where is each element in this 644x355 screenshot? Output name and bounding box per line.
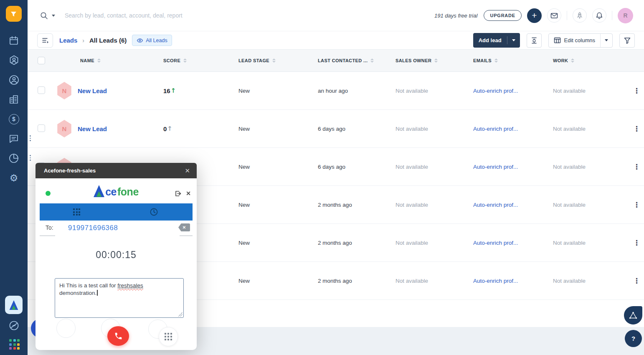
col-header-emails[interactable]: EMAILS <box>473 58 492 63</box>
sidebar-nav: $ ⚙ <box>0 33 28 185</box>
sales-owner: Not available <box>384 164 461 170</box>
eye-icon <box>137 38 143 43</box>
quick-add-button[interactable]: + <box>527 8 542 23</box>
deals-dollar-icon[interactable]: $ <box>7 112 21 126</box>
settings-gear-icon[interactable]: ⚙ <box>7 171 21 185</box>
phone-number-input[interactable]: 919971696368 <box>68 224 118 232</box>
search-scope-caret-icon[interactable] <box>52 15 55 17</box>
apps-grid-icon[interactable] <box>9 339 20 350</box>
col-header-score[interactable]: SCORE <box>163 58 180 63</box>
sales-owner: Not available <box>384 126 461 132</box>
filter-button[interactable] <box>619 33 635 48</box>
chevron-down-icon <box>605 39 608 41</box>
help-button[interactable]: ? <box>625 330 642 347</box>
edit-columns-button[interactable]: Edit columns <box>548 33 613 48</box>
toolbar-row: Leads › All Leads (6) All Leads Add lead <box>28 31 644 50</box>
analytics-pie-icon[interactable] <box>7 151 21 165</box>
lead-name-link[interactable]: New Lead <box>78 87 107 94</box>
row-density-button[interactable] <box>527 33 542 48</box>
sort-icon[interactable] <box>571 58 574 63</box>
email-enrich-link[interactable]: Auto-enrich prof... <box>473 278 518 284</box>
freddy-ai-button[interactable] <box>624 306 642 325</box>
dialpad-tab-icon[interactable] <box>73 208 80 216</box>
sort-icon[interactable] <box>434 58 438 63</box>
sort-icon[interactable] <box>183 58 187 63</box>
row-menu-kebab[interactable]: ⋮ <box>633 86 640 95</box>
row-menu-kebab[interactable]: ⋮ <box>633 238 640 247</box>
brand-fone: fone <box>117 187 139 197</box>
to-number-row: To: 919971696368 ✕ <box>35 221 197 237</box>
lead-name-link[interactable]: New Lead <box>78 125 107 132</box>
email-enrich-link[interactable]: Auto-enrich prof... <box>473 164 518 170</box>
dialer-top-icons: ✕ <box>175 190 191 197</box>
dialog-titlebar[interactable]: Acefone-fresh-sales ✕ <box>35 163 197 178</box>
analytics-overflow-dots <box>30 155 31 161</box>
row-menu-kebab[interactable]: ⋮ <box>633 200 640 209</box>
dialog-title: Acefone-fresh-sales <box>44 167 96 174</box>
row-menu-kebab[interactable]: ⋮ <box>633 276 640 285</box>
table-row[interactable]: N New Lead 0↑ New 6 days ago Not availab… <box>28 110 644 148</box>
freddy-disabled-icon[interactable] <box>7 318 21 332</box>
add-lead-dropdown[interactable] <box>507 39 520 41</box>
density-icon <box>530 37 538 44</box>
add-lead-button[interactable]: Add lead <box>473 33 520 48</box>
table-row[interactable]: N New Lead 16↑ New an hour ago Not avail… <box>28 72 644 110</box>
sort-icon[interactable] <box>370 58 374 63</box>
row-checkbox[interactable] <box>38 124 45 132</box>
select-all-checkbox[interactable] <box>38 57 45 64</box>
view-switcher-button[interactable] <box>37 33 53 48</box>
current-view-chip[interactable]: All Leads <box>132 35 172 46</box>
notifications-button[interactable] <box>592 8 606 23</box>
sort-icon[interactable] <box>494 58 498 63</box>
minimize-close-icon[interactable]: ✕ <box>186 190 191 197</box>
sort-icon[interactable] <box>97 58 101 63</box>
work-phone: Not available <box>542 164 625 170</box>
freshworks-logo[interactable] <box>6 6 22 22</box>
col-header-last-contacted[interactable]: LAST CONTACTED ... <box>318 58 368 63</box>
row-menu-kebab[interactable]: ⋮ <box>633 124 640 133</box>
backspace-icon[interactable]: ✕ <box>178 223 190 231</box>
dialpad-button[interactable] <box>159 327 178 346</box>
call-timer: 00:00:15 <box>35 249 197 261</box>
chevron-down-icon <box>512 39 515 41</box>
col-header-work[interactable]: WORK <box>553 58 568 63</box>
email-enrich-link[interactable]: Auto-enrich prof... <box>473 240 518 246</box>
dialpad-grid-icon <box>165 333 172 341</box>
work-phone: Not available <box>542 278 625 284</box>
acefone-app-icon[interactable] <box>5 296 23 314</box>
email-enrich-link[interactable]: Auto-enrich prof... <box>473 202 518 208</box>
col-header-name[interactable]: NAME <box>80 58 94 63</box>
table-view-icon <box>41 37 49 44</box>
mute-button[interactable] <box>56 319 76 338</box>
row-checkbox[interactable] <box>38 86 45 94</box>
profile-avatar[interactable]: R <box>618 8 633 23</box>
hangup-call-button[interactable] <box>107 326 129 346</box>
call-notes-textarea[interactable]: Hi This is a test call for freshsales de… <box>55 278 184 318</box>
lead-stage: New <box>226 278 305 284</box>
close-icon[interactable]: ✕ <box>185 167 190 175</box>
global-search[interactable] <box>40 12 203 20</box>
logout-icon[interactable] <box>175 190 182 197</box>
text-cursor <box>97 290 97 296</box>
calendar-icon[interactable] <box>7 33 21 48</box>
sort-icon[interactable] <box>272 58 276 63</box>
call-history-tab-icon[interactable] <box>150 208 158 218</box>
upgrade-button[interactable]: UPGRADE <box>484 10 522 21</box>
row-menu-kebab[interactable]: ⋮ <box>633 162 640 171</box>
accounts-icon[interactable] <box>7 92 21 106</box>
col-header-sales-owner[interactable]: SALES OWNER <box>396 58 431 63</box>
email-enrich-link[interactable]: Auto-enrich prof... <box>473 88 518 94</box>
search-input[interactable] <box>65 12 203 19</box>
breadcrumb-leads-link[interactable]: Leads <box>59 37 77 44</box>
topbar: 191 days free trial UPGRADE + R <box>28 0 644 31</box>
email-button[interactable] <box>547 8 561 23</box>
leads-icon[interactable] <box>7 53 21 67</box>
conversations-icon[interactable] <box>7 132 21 146</box>
edit-columns-dropdown[interactable] <box>600 34 612 47</box>
email-enrich-link[interactable]: Auto-enrich prof... <box>473 126 518 132</box>
score-trend-arrow-icon: ↑ <box>167 125 172 132</box>
whats-new-button[interactable] <box>573 8 587 23</box>
contacts-icon[interactable] <box>7 73 21 87</box>
col-header-lead-stage[interactable]: LEAD STAGE <box>238 58 269 63</box>
resize-handle[interactable] <box>178 312 183 317</box>
